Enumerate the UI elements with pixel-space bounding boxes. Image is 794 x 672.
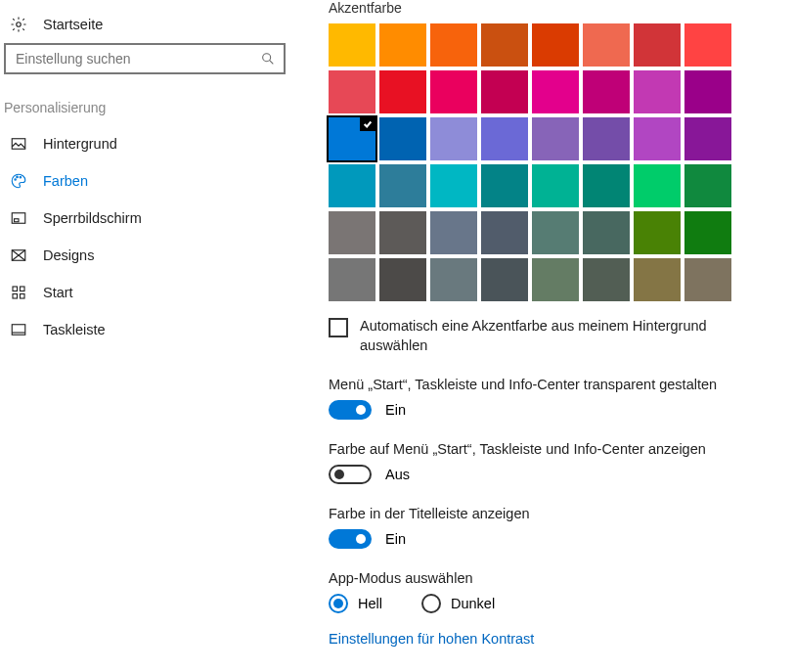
color-swatch[interactable] bbox=[329, 211, 375, 254]
color-swatch[interactable] bbox=[532, 23, 579, 67]
sidebar: Startseite Personalisierung Hintergrund … bbox=[0, 0, 293, 672]
transparency-toggle[interactable] bbox=[329, 400, 372, 420]
svg-rect-14 bbox=[12, 325, 25, 336]
color-swatch[interactable] bbox=[430, 117, 477, 160]
color-swatch[interactable] bbox=[481, 117, 528, 160]
sidebar-item-label: Hintergrund bbox=[43, 136, 117, 152]
app-mode-dark-radio[interactable]: Dunkel bbox=[421, 594, 495, 613]
transparency-state: Ein bbox=[385, 402, 406, 418]
color-swatch[interactable] bbox=[684, 258, 731, 301]
titlebar-toggle[interactable] bbox=[329, 529, 372, 549]
main-content: Akzentfarbe Automatisch eine Akzentfarbe… bbox=[293, 0, 794, 672]
sidebar-item-label: Farben bbox=[43, 173, 88, 189]
color-swatch[interactable] bbox=[329, 117, 375, 160]
titlebar-state: Ein bbox=[385, 531, 406, 547]
color-swatch[interactable] bbox=[430, 258, 477, 301]
color-swatch[interactable] bbox=[430, 211, 477, 254]
color-swatch[interactable] bbox=[684, 164, 731, 207]
color-swatch[interactable] bbox=[634, 117, 681, 160]
color-swatch[interactable] bbox=[634, 211, 681, 254]
color-swatch[interactable] bbox=[532, 258, 579, 301]
color-swatch[interactable] bbox=[684, 211, 731, 254]
color-swatch[interactable] bbox=[329, 164, 375, 207]
show-color-state: Aus bbox=[385, 467, 410, 482]
sidebar-item-sperrbildschirm[interactable]: Sperrbildschirm bbox=[0, 200, 293, 237]
sidebar-item-farben[interactable]: Farben bbox=[0, 162, 293, 200]
color-swatch[interactable] bbox=[481, 23, 528, 67]
color-swatch[interactable] bbox=[634, 164, 681, 207]
color-swatch[interactable] bbox=[532, 211, 579, 254]
sidebar-item-label: Sperrbildschirm bbox=[43, 210, 142, 226]
color-swatch[interactable] bbox=[481, 258, 528, 301]
color-swatch[interactable] bbox=[481, 164, 528, 207]
group-label: Personalisierung bbox=[0, 84, 293, 125]
color-swatch[interactable] bbox=[329, 258, 375, 301]
titlebar-label: Farbe in der Titelleiste anzeigen bbox=[329, 506, 780, 521]
sidebar-item-label: Taskleiste bbox=[43, 322, 106, 337]
svg-point-5 bbox=[17, 176, 19, 178]
sidebar-item-label: Designs bbox=[43, 247, 94, 263]
color-swatch[interactable] bbox=[583, 164, 630, 207]
color-swatch[interactable] bbox=[379, 211, 426, 254]
color-swatch[interactable] bbox=[583, 23, 630, 67]
home-label: Startseite bbox=[43, 17, 103, 32]
svg-rect-12 bbox=[13, 294, 18, 299]
show-color-toggle[interactable] bbox=[329, 465, 372, 484]
svg-rect-11 bbox=[21, 287, 25, 291]
home-item[interactable]: Startseite bbox=[0, 6, 293, 43]
color-swatch[interactable] bbox=[379, 164, 426, 207]
color-swatch[interactable] bbox=[329, 70, 375, 113]
color-swatch[interactable] bbox=[583, 258, 630, 301]
color-swatch[interactable] bbox=[430, 23, 477, 67]
color-swatch[interactable] bbox=[634, 70, 681, 113]
color-swatch[interactable] bbox=[684, 70, 731, 113]
color-swatch[interactable] bbox=[379, 117, 426, 160]
auto-pick-checkbox[interactable] bbox=[329, 318, 348, 337]
color-swatch[interactable] bbox=[532, 70, 579, 113]
svg-line-2 bbox=[270, 61, 274, 65]
lockscreen-icon bbox=[10, 209, 27, 227]
color-swatch[interactable] bbox=[583, 117, 630, 160]
color-swatch[interactable] bbox=[634, 258, 681, 301]
color-swatch[interactable] bbox=[430, 70, 477, 113]
sidebar-item-taskleiste[interactable]: Taskleiste bbox=[0, 311, 293, 348]
svg-rect-8 bbox=[15, 219, 20, 222]
search-icon bbox=[260, 51, 276, 67]
search-input[interactable] bbox=[4, 43, 286, 74]
sidebar-item-label: Start bbox=[43, 285, 73, 300]
search-field[interactable] bbox=[14, 50, 260, 67]
check-icon bbox=[360, 117, 375, 131]
picture-icon bbox=[10, 135, 27, 153]
color-swatch[interactable] bbox=[684, 117, 731, 160]
color-swatch[interactable] bbox=[329, 23, 375, 67]
color-swatch[interactable] bbox=[430, 164, 477, 207]
sidebar-item-start[interactable]: Start bbox=[0, 274, 293, 311]
taskbar-icon bbox=[10, 321, 27, 338]
high-contrast-link[interactable]: Einstellungen für hohen Kontrast bbox=[329, 631, 780, 647]
sidebar-item-designs[interactable]: Designs bbox=[0, 237, 293, 274]
color-swatch[interactable] bbox=[481, 211, 528, 254]
svg-point-1 bbox=[263, 54, 271, 62]
color-swatch[interactable] bbox=[379, 70, 426, 113]
radio-label: Hell bbox=[358, 596, 382, 611]
color-swatch[interactable] bbox=[481, 70, 528, 113]
color-swatch[interactable] bbox=[532, 117, 579, 160]
accent-title: Akzentfarbe bbox=[329, 0, 780, 16]
radio-label: Dunkel bbox=[451, 596, 495, 611]
start-grid-icon bbox=[10, 284, 27, 301]
svg-rect-10 bbox=[13, 287, 18, 291]
color-swatch[interactable] bbox=[684, 23, 731, 67]
color-swatch[interactable] bbox=[634, 23, 681, 67]
gear-icon bbox=[10, 16, 27, 33]
svg-point-0 bbox=[17, 22, 22, 27]
palette-icon bbox=[10, 172, 27, 190]
color-swatch[interactable] bbox=[583, 70, 630, 113]
color-swatch[interactable] bbox=[379, 258, 426, 301]
color-swatch[interactable] bbox=[583, 211, 630, 254]
app-mode-light-radio[interactable]: Hell bbox=[329, 594, 382, 613]
svg-point-6 bbox=[20, 177, 22, 179]
app-mode-label: App-Modus auswählen bbox=[329, 570, 780, 586]
color-swatch[interactable] bbox=[379, 23, 426, 67]
sidebar-item-hintergrund[interactable]: Hintergrund bbox=[0, 125, 293, 162]
color-swatch[interactable] bbox=[532, 164, 579, 207]
